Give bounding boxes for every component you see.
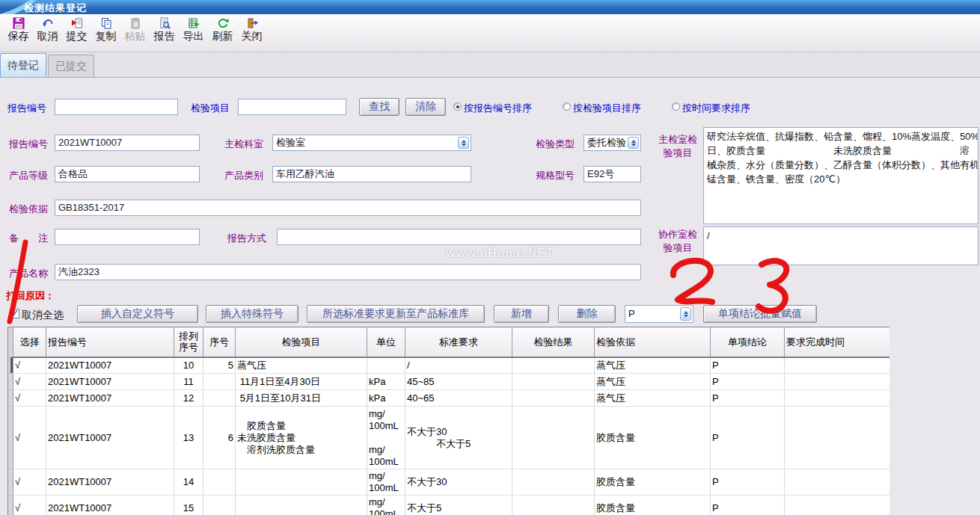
cell-standard-req[interactable]: /: [405, 357, 512, 374]
cell-report-no[interactable]: 2021WT10007: [46, 469, 174, 496]
batch-assign-button[interactable]: 单项结论批量赋值: [703, 305, 817, 323]
cell-due-time[interactable]: [785, 374, 890, 390]
cell-item-conclusion[interactable]: P: [711, 496, 785, 515]
cell-test-basis[interactable]: 蒸气压: [595, 390, 711, 407]
close-button[interactable]: 关闭: [237, 17, 266, 43]
tab-submitted[interactable]: 已提交: [48, 55, 94, 77]
refresh-button[interactable]: 刷新: [208, 17, 237, 43]
cell-seq-no[interactable]: [203, 496, 236, 515]
filter-item-input[interactable]: [238, 99, 346, 115]
cell-unit[interactable]: kPa: [367, 374, 405, 390]
remark-field[interactable]: [55, 229, 200, 245]
cell-order-no[interactable]: 14: [174, 469, 203, 496]
cell-order-no[interactable]: 12: [174, 390, 203, 407]
cell-unit[interactable]: mg/ 100mL: [367, 469, 405, 496]
cell-test-result[interactable]: [512, 374, 595, 390]
product-name-field[interactable]: 汽油2323: [55, 264, 641, 280]
cell-order-no[interactable]: 15: [174, 496, 203, 515]
cell-seq-no[interactable]: [203, 374, 236, 390]
sort-by-item-radio[interactable]: [563, 102, 571, 111]
dropdown-spinner-icon[interactable]: [628, 137, 639, 149]
cell-due-time[interactable]: [785, 357, 890, 374]
find-button[interactable]: 查找: [359, 98, 399, 116]
insert-special-symbol-button[interactable]: 插入特殊符号: [206, 305, 298, 323]
main-items-textarea[interactable]: 研究法辛烷值、抗爆指数、铅含量、馏程、10%蒸发温度、50%蒸 日、胶质含量 未…: [703, 127, 979, 224]
cell-report-no[interactable]: 2021WT10007: [46, 496, 174, 515]
cell-report-no[interactable]: 2021WT10007: [46, 357, 174, 374]
cell-seq-no[interactable]: [203, 390, 236, 407]
report-mode-field[interactable]: [277, 229, 641, 245]
category-field[interactable]: 车用乙醇汽油: [272, 166, 471, 182]
window-titlebar[interactable]: 检测结果登记: [0, 0, 980, 14]
export-button[interactable]: 导出: [179, 17, 208, 43]
cell-order-no[interactable]: 10: [174, 357, 203, 374]
cell-test-item[interactable]: 11月1日至4月30日: [236, 374, 367, 390]
filter-report-no-input[interactable]: [55, 99, 178, 115]
cell-item-conclusion[interactable]: P: [711, 357, 785, 374]
cancel-select-all-checkbox[interactable]: [10, 309, 19, 318]
update-standard-button[interactable]: 所选标准要求更新至产品标准库: [307, 305, 485, 323]
row-check-cell[interactable]: √: [13, 374, 46, 390]
sort-by-time-radio[interactable]: [672, 102, 680, 111]
add-row-button[interactable]: 新增: [494, 305, 549, 323]
cell-standard-req[interactable]: 40~65: [405, 390, 512, 407]
sort-by-report-radio[interactable]: [453, 102, 462, 111]
cell-test-result[interactable]: [512, 407, 595, 469]
cell-standard-req[interactable]: 不大于30 不大于5: [405, 407, 512, 469]
grade-field[interactable]: 合格品: [55, 166, 200, 182]
cell-report-no[interactable]: 2021WT10007: [46, 390, 174, 407]
clear-button[interactable]: 清除: [405, 98, 446, 116]
cell-test-item[interactable]: 胶质含量 未洗胶质含量 溶剂洗胶质含量: [236, 407, 367, 469]
cell-item-conclusion[interactable]: P: [711, 390, 785, 407]
test-type-combo[interactable]: 委托检验: [584, 135, 641, 151]
cell-seq-no[interactable]: 6: [203, 407, 236, 469]
cell-test-result[interactable]: [512, 357, 595, 374]
coop-items-textarea[interactable]: /: [703, 226, 979, 265]
copy-button[interactable]: 复制: [91, 17, 120, 43]
cell-unit[interactable]: mg/ 100mL mg/ 100mL: [367, 407, 405, 469]
report-button[interactable]: 报告: [150, 17, 179, 43]
dept-combo[interactable]: 检验室: [272, 135, 471, 151]
row-check-cell[interactable]: √: [13, 357, 46, 374]
cell-test-basis[interactable]: 蒸气压: [595, 374, 711, 390]
cell-test-item[interactable]: [236, 469, 367, 496]
cell-unit[interactable]: kPa: [367, 390, 405, 407]
cell-item-conclusion[interactable]: P: [711, 407, 785, 469]
cell-order-no[interactable]: 13: [174, 407, 203, 469]
delete-row-button[interactable]: 删除: [558, 305, 616, 323]
cell-standard-req[interactable]: 不大于5: [405, 496, 512, 515]
insert-custom-symbol-button[interactable]: 插入自定义符号: [77, 305, 198, 323]
spec-field[interactable]: E92号: [584, 166, 641, 182]
conclusion-combo[interactable]: P: [625, 305, 693, 323]
row-check-cell[interactable]: √: [13, 496, 46, 515]
cell-order-no[interactable]: 11: [174, 374, 203, 390]
cell-test-basis[interactable]: 胶质含量: [595, 469, 711, 496]
cell-due-time[interactable]: [785, 390, 890, 407]
row-check-cell[interactable]: √: [13, 469, 46, 496]
save-button[interactable]: 保存: [4, 17, 33, 43]
cell-unit[interactable]: [367, 357, 405, 374]
cell-due-time[interactable]: [785, 496, 890, 515]
basis-field[interactable]: GB18351-2017: [55, 200, 641, 216]
cell-test-item[interactable]: 5月1日至10月31日: [236, 390, 367, 407]
tab-pending[interactable]: 待登记: [0, 53, 46, 77]
cell-test-result[interactable]: [512, 496, 595, 515]
cancel-button[interactable]: 取消: [33, 17, 62, 43]
cell-item-conclusion[interactable]: P: [711, 374, 785, 390]
cell-test-basis[interactable]: 胶质含量: [595, 407, 711, 469]
dropdown-spinner-icon[interactable]: [458, 137, 469, 149]
cell-test-item[interactable]: 蒸气压: [236, 357, 367, 374]
cell-item-conclusion[interactable]: P: [711, 469, 785, 496]
cell-test-basis[interactable]: 胶质含量: [595, 496, 711, 515]
cell-unit[interactable]: mg/ 100mL: [367, 496, 405, 515]
cell-test-basis[interactable]: 蒸气压: [595, 357, 711, 374]
cell-test-item[interactable]: [236, 496, 367, 515]
cell-report-no[interactable]: 2021WT10007: [46, 374, 174, 390]
cell-seq-no[interactable]: 5: [203, 357, 236, 374]
row-check-cell[interactable]: √: [13, 390, 46, 407]
cell-standard-req[interactable]: 45~85: [405, 374, 512, 390]
cell-due-time[interactable]: [785, 407, 890, 469]
cell-standard-req[interactable]: 不大于30: [405, 469, 512, 496]
dropdown-spinner-icon[interactable]: [680, 307, 691, 321]
cell-test-result[interactable]: [512, 469, 595, 496]
